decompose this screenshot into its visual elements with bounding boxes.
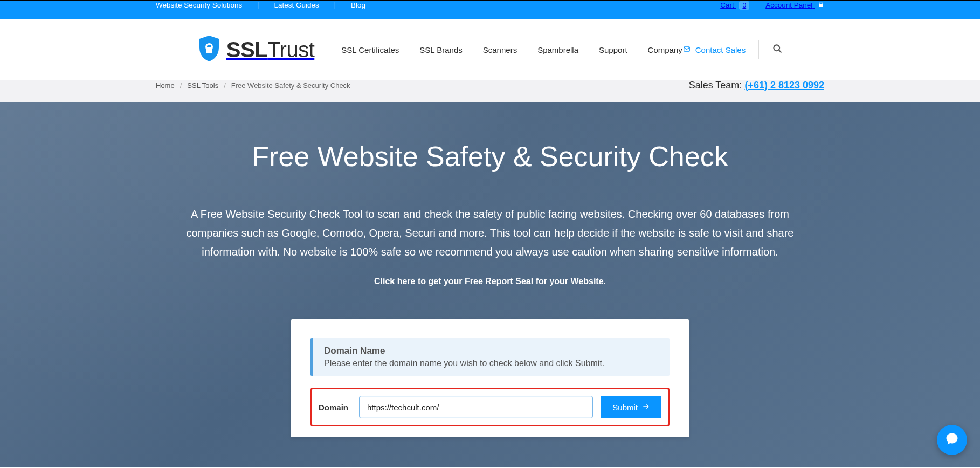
nav-spambrella[interactable]: Spambrella	[537, 45, 578, 54]
breadcrumb-ssl-tools[interactable]: SSL Tools	[187, 81, 218, 90]
nav-ssl-certificates[interactable]: SSL Certificates	[341, 45, 399, 54]
hero-section: Free Website Safety & Security Check A F…	[0, 102, 980, 467]
svg-rect-1	[206, 47, 212, 53]
chat-icon	[944, 431, 960, 449]
logo-text: SSLTrust	[226, 38, 314, 62]
free-report-seal-link[interactable]: Click here to get your Free Report Seal …	[374, 277, 606, 286]
nav-support[interactable]: Support	[599, 45, 627, 54]
search-icon[interactable]	[772, 43, 783, 56]
topbar-left-links: Website Security Solutions | Latest Guid…	[156, 1, 365, 9]
contact-sales-link[interactable]: Contact Sales	[682, 45, 746, 54]
account-panel-label: Account Panel	[765, 1, 812, 9]
domain-info-text: Please enter the domain name you wish to…	[324, 359, 659, 368]
nav-ssl-brands[interactable]: SSL Brands	[419, 45, 463, 54]
cart-count-badge: 0	[739, 1, 749, 10]
domain-info-title: Domain Name	[324, 346, 659, 356]
domain-label: Domain	[319, 403, 348, 412]
topbar-link-security[interactable]: Website Security Solutions	[156, 1, 242, 9]
domain-check-card: Domain Name Please enter the domain name…	[291, 319, 689, 437]
submit-button[interactable]: Submit	[601, 396, 661, 418]
breadcrumb-row: Home / SSL Tools / Free Website Safety &…	[0, 80, 980, 102]
topbar-link-blog[interactable]: Blog	[351, 1, 365, 9]
lock-icon	[818, 1, 824, 9]
chat-bubble-button[interactable]	[937, 425, 967, 455]
sales-phone-link[interactable]: (+61) 2 8123 0992	[744, 80, 824, 91]
page-title: Free Website Safety & Security Check	[0, 140, 980, 173]
topbar-link-guides[interactable]: Latest Guides	[274, 1, 319, 9]
domain-form-row: Domain Submit	[310, 388, 670, 426]
breadcrumb: Home / SSL Tools / Free Website Safety &…	[156, 81, 350, 90]
account-panel-link[interactable]: Account Panel	[765, 1, 824, 9]
vertical-divider	[758, 40, 759, 59]
main-header: SSLTrust SSL Certificates SSL Brands Sca…	[0, 19, 980, 80]
svg-point-3	[774, 45, 779, 51]
breadcrumb-current: Free Website Safety & Security Check	[231, 81, 350, 90]
envelope-icon	[682, 45, 691, 54]
logo[interactable]: SSLTrust	[197, 35, 314, 65]
domain-info-box: Domain Name Please enter the domain name…	[310, 338, 670, 376]
main-nav: SSL Certificates SSL Brands Scanners Spa…	[341, 45, 682, 54]
nav-scanners[interactable]: Scanners	[483, 45, 517, 54]
cart-link[interactable]: Cart 0	[720, 1, 749, 9]
shield-lock-icon	[197, 35, 221, 65]
sales-team-label: Sales Team: (+61) 2 8123 0992	[689, 80, 824, 91]
hero-description: A Free Website Security Check Tool to sc…	[150, 205, 830, 261]
cart-label: Cart	[720, 1, 734, 9]
domain-input[interactable]	[359, 396, 593, 418]
arrow-right-icon	[642, 403, 650, 412]
svg-line-4	[779, 50, 781, 52]
topbar: Website Security Solutions | Latest Guid…	[0, 1, 980, 19]
nav-company[interactable]: Company	[648, 45, 682, 54]
breadcrumb-home[interactable]: Home	[156, 81, 175, 90]
